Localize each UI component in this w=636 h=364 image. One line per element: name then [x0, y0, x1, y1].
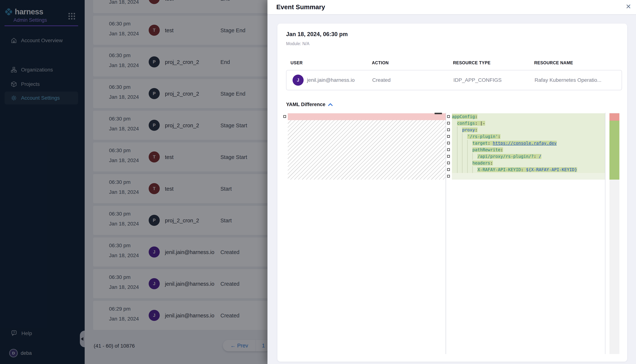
diff-removed-pane: [288, 113, 446, 354]
code-token: :: [521, 167, 526, 172]
indent-guide: [467, 146, 468, 153]
diff-empty-hatch: [288, 120, 446, 180]
indent-guide: [457, 153, 458, 160]
diff-marker-square[interactable]: [447, 128, 450, 131]
col-header-user: USER: [291, 60, 303, 66]
yaml-difference-label: YAML Difference: [286, 102, 325, 108]
col-header-resource-type: RESOURCE TYPE: [453, 60, 491, 66]
diff-marker-square[interactable]: [447, 155, 450, 158]
chevron-up-icon: [328, 103, 333, 106]
code-token: pathRewrite: [472, 147, 500, 152]
diff-removed-line: [288, 113, 446, 120]
code-token: '/rs-plugin': [467, 134, 498, 139]
event-resource-type: IDP_APP_CONFIGS: [453, 77, 502, 83]
diff-pane-divider: [446, 113, 446, 354]
code-token: /api/proxy/rs-plugin/?: [477, 154, 534, 159]
code-line: proxy:: [452, 126, 605, 133]
code-token: appConfig: [452, 114, 475, 119]
code-line: target: https://console.rafay.dev: [452, 140, 605, 146]
code-token: :: [475, 128, 478, 132]
ruler-added-mark: [609, 121, 619, 180]
diff-overview-ruler[interactable]: [609, 113, 619, 354]
code-token: :: [488, 141, 493, 146]
code-token: ${X-RAFAY-API-KEYID}: [526, 167, 577, 172]
indent-guide: [457, 133, 458, 140]
code-token: :: [475, 114, 478, 119]
diff-added-pane: appConfig: configs: |- proxy: '/rs-plugi…: [452, 113, 605, 354]
code-line: configs: |-: [452, 120, 605, 126]
code-line: /api/proxy/rs-plugin/?: /: [452, 153, 605, 160]
code-token: :: [475, 121, 480, 126]
code-token: :: [498, 134, 500, 139]
ruler-removed-mark: [609, 113, 619, 121]
code-line: appConfig:: [452, 113, 605, 120]
indent-guide: [462, 153, 463, 160]
indent-guide: [467, 153, 468, 160]
code-link[interactable]: https://console.rafay.dev: [493, 141, 557, 146]
event-user: jenil.jain@harness.io: [307, 77, 355, 83]
close-icon[interactable]: ✕: [626, 3, 631, 10]
event-action: Created: [372, 77, 391, 83]
indent-guide: [457, 126, 458, 133]
diff-right-edge: [605, 113, 605, 354]
indent-guide: [467, 140, 468, 146]
event-resource-name: Rafay Kubernetes Operatio...: [535, 77, 601, 83]
code-token: headers: [472, 161, 490, 166]
diff-marker-square[interactable]: [283, 115, 286, 118]
diff-marker-square[interactable]: [447, 115, 450, 118]
code-token: target: [472, 141, 488, 146]
diff-scrollbar-thumb[interactable]: [435, 113, 442, 114]
event-row: J jenil.jain@harness.io Created IDP_APP_…: [286, 70, 622, 90]
diff-marker-square[interactable]: [447, 175, 450, 178]
indent-guide: [462, 140, 463, 146]
indent-guide: [462, 160, 463, 166]
drawer-title: Event Summary: [276, 3, 325, 11]
code-token: |-: [480, 121, 485, 126]
diff-left-gutter: [283, 113, 288, 354]
code-line: pathRewrite:: [452, 146, 605, 153]
code-token: X-RAFAY-API-KEYID: [477, 167, 521, 172]
indent-guide: [472, 153, 473, 160]
diff-marker-square[interactable]: [447, 142, 450, 144]
code-line: X-RAFAY-API-KEYID: ${X-RAFAY-API-KEYID}: [452, 166, 605, 173]
modal-overlay[interactable]: [0, 0, 268, 364]
event-module: Module: N/A: [286, 41, 310, 46]
diff-marker-square[interactable]: [447, 122, 450, 124]
col-header-resource-name: RESOURCE NAME: [534, 60, 573, 66]
indent-guide: [457, 166, 458, 173]
indent-guide: [462, 133, 463, 140]
code-token: configs: [457, 121, 475, 126]
code-token: :: [534, 154, 539, 159]
event-detail-card: Jan 18, 2024, 06:30 pm Module: N/A USER …: [277, 24, 627, 362]
indent-guide: [472, 166, 473, 173]
user-avatar: J: [293, 74, 304, 86]
indent-guide: [462, 146, 463, 153]
diff-middle-gutter: [446, 113, 452, 354]
indent-guide: [457, 146, 458, 153]
event-timestamp: Jan 18, 2024, 06:30 pm: [286, 31, 348, 38]
code-token: :: [500, 147, 503, 152]
col-header-action: ACTION: [372, 60, 389, 66]
yaml-difference-toggle[interactable]: YAML Difference: [286, 102, 333, 108]
indent-guide: [457, 160, 458, 166]
yaml-diff-editor: appConfig: configs: |- proxy: '/rs-plugi…: [283, 113, 620, 354]
diff-marker-square[interactable]: [447, 168, 450, 171]
code-token: :: [490, 161, 493, 166]
indent-guide: [457, 140, 458, 146]
event-summary-drawer: Event Summary ✕ Jan 18, 2024, 06:30 pm M…: [268, 0, 636, 364]
code-token: proxy: [462, 128, 475, 132]
diff-marker-square[interactable]: [447, 135, 450, 138]
code-line: headers:: [452, 160, 605, 166]
diff-marker-square[interactable]: [447, 148, 450, 151]
code-line: [452, 173, 605, 180]
indent-guide: [467, 166, 468, 173]
code-token: /: [539, 154, 541, 159]
screen: 06:29 pmJan 18, 2024Jjenil.jain@harness.…: [0, 0, 636, 364]
indent-guide: [462, 166, 463, 173]
drawer-header: Event Summary ✕: [268, 0, 636, 15]
indent-guide: [467, 160, 468, 166]
code-line: '/rs-plugin':: [452, 133, 605, 140]
diff-marker-square[interactable]: [447, 162, 450, 164]
